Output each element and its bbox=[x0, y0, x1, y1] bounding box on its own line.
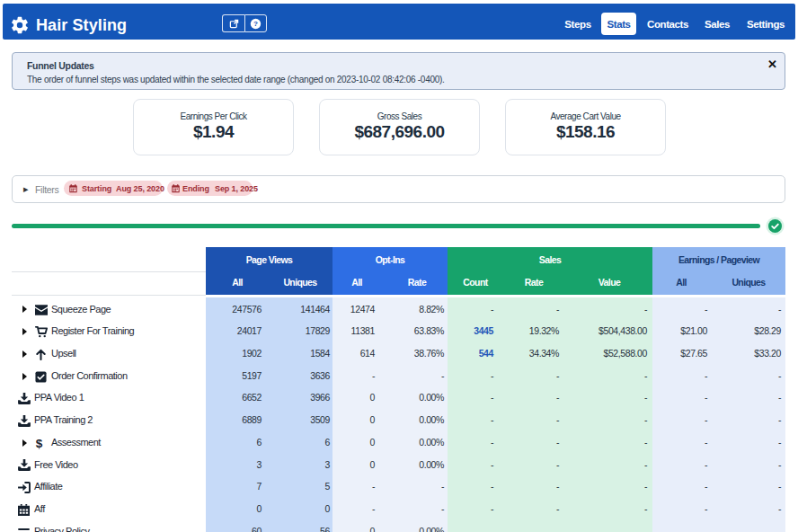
svg-text:?: ? bbox=[253, 20, 258, 28]
svg-text:$: $ bbox=[36, 437, 43, 449]
